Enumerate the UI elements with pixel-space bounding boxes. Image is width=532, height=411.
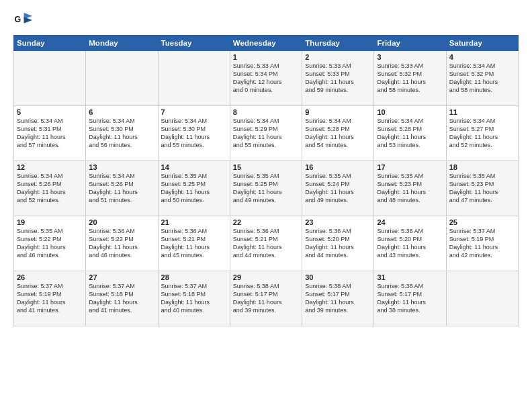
calendar-cell: 29Sunrise: 5:38 AM Sunset: 5:17 PM Dayli… bbox=[230, 271, 302, 326]
day-number: 4 bbox=[449, 53, 515, 61]
day-number: 19 bbox=[17, 218, 83, 226]
calendar-cell: 13Sunrise: 5:34 AM Sunset: 5:26 PM Dayli… bbox=[86, 161, 158, 216]
svg-text:G: G bbox=[15, 15, 21, 24]
header: G bbox=[13, 11, 519, 30]
day-info: Sunrise: 5:34 AM Sunset: 5:30 PM Dayligh… bbox=[89, 117, 154, 150]
day-info: Sunrise: 5:34 AM Sunset: 5:28 PM Dayligh… bbox=[377, 117, 443, 150]
page: G SundayMondayTuesdayWednesdayThursdayFr… bbox=[0, 0, 532, 411]
calendar-cell: 2Sunrise: 5:33 AM Sunset: 5:33 PM Daylig… bbox=[302, 51, 374, 106]
logo: G bbox=[13, 11, 35, 30]
day-info: Sunrise: 5:35 AM Sunset: 5:23 PM Dayligh… bbox=[449, 172, 515, 205]
day-info: Sunrise: 5:37 AM Sunset: 5:18 PM Dayligh… bbox=[89, 282, 154, 315]
day-info: Sunrise: 5:35 AM Sunset: 5:25 PM Dayligh… bbox=[161, 172, 227, 205]
day-number: 6 bbox=[89, 108, 154, 116]
day-number: 17 bbox=[377, 163, 443, 171]
day-info: Sunrise: 5:33 AM Sunset: 5:33 PM Dayligh… bbox=[305, 62, 371, 95]
day-number: 23 bbox=[305, 218, 371, 226]
day-info: Sunrise: 5:36 AM Sunset: 5:21 PM Dayligh… bbox=[233, 227, 299, 260]
calendar-week-row: 5Sunrise: 5:34 AM Sunset: 5:31 PM Daylig… bbox=[14, 106, 519, 161]
day-number: 10 bbox=[377, 108, 443, 116]
day-info: Sunrise: 5:37 AM Sunset: 5:18 PM Dayligh… bbox=[161, 282, 227, 315]
calendar-week-row: 1Sunrise: 5:33 AM Sunset: 5:34 PM Daylig… bbox=[14, 51, 519, 106]
calendar-week-row: 12Sunrise: 5:34 AM Sunset: 5:26 PM Dayli… bbox=[14, 161, 519, 216]
day-info: Sunrise: 5:34 AM Sunset: 5:29 PM Dayligh… bbox=[233, 117, 299, 150]
calendar-cell: 5Sunrise: 5:34 AM Sunset: 5:31 PM Daylig… bbox=[14, 106, 86, 161]
day-number: 8 bbox=[233, 108, 299, 116]
day-number: 22 bbox=[233, 218, 299, 226]
calendar-cell: 11Sunrise: 5:34 AM Sunset: 5:27 PM Dayli… bbox=[446, 106, 518, 161]
day-number: 28 bbox=[161, 273, 227, 281]
day-number: 30 bbox=[305, 273, 371, 281]
calendar-cell: 21Sunrise: 5:36 AM Sunset: 5:21 PM Dayli… bbox=[158, 216, 230, 271]
day-info: Sunrise: 5:34 AM Sunset: 5:32 PM Dayligh… bbox=[449, 62, 515, 95]
day-info: Sunrise: 5:38 AM Sunset: 5:17 PM Dayligh… bbox=[377, 282, 443, 315]
day-number: 9 bbox=[305, 108, 371, 116]
day-info: Sunrise: 5:34 AM Sunset: 5:26 PM Dayligh… bbox=[17, 172, 83, 205]
day-info: Sunrise: 5:36 AM Sunset: 5:20 PM Dayligh… bbox=[377, 227, 443, 260]
calendar-cell: 14Sunrise: 5:35 AM Sunset: 5:25 PM Dayli… bbox=[158, 161, 230, 216]
day-info: Sunrise: 5:37 AM Sunset: 5:19 PM Dayligh… bbox=[449, 227, 515, 260]
day-number: 26 bbox=[17, 273, 83, 281]
calendar-cell: 6Sunrise: 5:34 AM Sunset: 5:30 PM Daylig… bbox=[86, 106, 158, 161]
calendar-cell: 17Sunrise: 5:35 AM Sunset: 5:23 PM Dayli… bbox=[374, 161, 446, 216]
calendar-cell: 4Sunrise: 5:34 AM Sunset: 5:32 PM Daylig… bbox=[446, 51, 518, 106]
calendar-cell: 30Sunrise: 5:38 AM Sunset: 5:17 PM Dayli… bbox=[302, 271, 374, 326]
calendar-cell: 1Sunrise: 5:33 AM Sunset: 5:34 PM Daylig… bbox=[230, 51, 302, 106]
day-number: 16 bbox=[305, 163, 371, 171]
calendar-cell: 10Sunrise: 5:34 AM Sunset: 5:28 PM Dayli… bbox=[374, 106, 446, 161]
weekday-wednesday: Wednesday bbox=[230, 36, 302, 51]
calendar-cell: 16Sunrise: 5:35 AM Sunset: 5:24 PM Dayli… bbox=[302, 161, 374, 216]
calendar-table: SundayMondayTuesdayWednesdayThursdayFrid… bbox=[13, 35, 519, 326]
calendar-cell: 31Sunrise: 5:38 AM Sunset: 5:17 PM Dayli… bbox=[374, 271, 446, 326]
calendar-cell: 27Sunrise: 5:37 AM Sunset: 5:18 PM Dayli… bbox=[86, 271, 158, 326]
day-number: 12 bbox=[17, 163, 83, 171]
day-number: 15 bbox=[233, 163, 299, 171]
day-number: 2 bbox=[305, 53, 371, 61]
calendar-cell bbox=[14, 51, 86, 106]
calendar-cell: 20Sunrise: 5:36 AM Sunset: 5:22 PM Dayli… bbox=[86, 216, 158, 271]
calendar-week-row: 26Sunrise: 5:37 AM Sunset: 5:19 PM Dayli… bbox=[14, 271, 519, 326]
day-info: Sunrise: 5:35 AM Sunset: 5:23 PM Dayligh… bbox=[377, 172, 443, 205]
day-info: Sunrise: 5:38 AM Sunset: 5:17 PM Dayligh… bbox=[305, 282, 371, 315]
day-number: 31 bbox=[377, 273, 443, 281]
day-info: Sunrise: 5:36 AM Sunset: 5:20 PM Dayligh… bbox=[305, 227, 371, 260]
calendar-cell bbox=[86, 51, 158, 106]
day-info: Sunrise: 5:38 AM Sunset: 5:17 PM Dayligh… bbox=[233, 282, 299, 315]
day-number: 25 bbox=[449, 218, 515, 226]
day-number: 21 bbox=[161, 218, 227, 226]
calendar-cell: 19Sunrise: 5:35 AM Sunset: 5:22 PM Dayli… bbox=[14, 216, 86, 271]
weekday-saturday: Saturday bbox=[446, 36, 518, 51]
weekday-monday: Monday bbox=[86, 36, 158, 51]
day-number: 13 bbox=[89, 163, 154, 171]
day-info: Sunrise: 5:33 AM Sunset: 5:32 PM Dayligh… bbox=[377, 62, 443, 95]
weekday-friday: Friday bbox=[374, 36, 446, 51]
day-info: Sunrise: 5:35 AM Sunset: 5:24 PM Dayligh… bbox=[305, 172, 371, 205]
day-info: Sunrise: 5:34 AM Sunset: 5:27 PM Dayligh… bbox=[449, 117, 515, 150]
calendar-cell: 22Sunrise: 5:36 AM Sunset: 5:21 PM Dayli… bbox=[230, 216, 302, 271]
day-info: Sunrise: 5:34 AM Sunset: 5:28 PM Dayligh… bbox=[305, 117, 371, 150]
calendar-cell: 7Sunrise: 5:34 AM Sunset: 5:30 PM Daylig… bbox=[158, 106, 230, 161]
day-number: 27 bbox=[89, 273, 154, 281]
day-number: 29 bbox=[233, 273, 299, 281]
calendar-cell: 26Sunrise: 5:37 AM Sunset: 5:19 PM Dayli… bbox=[14, 271, 86, 326]
weekday-sunday: Sunday bbox=[14, 36, 86, 51]
day-number: 1 bbox=[233, 53, 299, 61]
calendar-cell: 15Sunrise: 5:35 AM Sunset: 5:25 PM Dayli… bbox=[230, 161, 302, 216]
day-info: Sunrise: 5:36 AM Sunset: 5:22 PM Dayligh… bbox=[89, 227, 154, 260]
calendar-week-row: 19Sunrise: 5:35 AM Sunset: 5:22 PM Dayli… bbox=[14, 216, 519, 271]
calendar-cell: 12Sunrise: 5:34 AM Sunset: 5:26 PM Dayli… bbox=[14, 161, 86, 216]
day-info: Sunrise: 5:33 AM Sunset: 5:34 PM Dayligh… bbox=[233, 62, 299, 95]
calendar-cell bbox=[158, 51, 230, 106]
day-number: 7 bbox=[161, 108, 227, 116]
day-info: Sunrise: 5:34 AM Sunset: 5:26 PM Dayligh… bbox=[89, 172, 154, 205]
day-number: 14 bbox=[161, 163, 227, 171]
day-number: 20 bbox=[89, 218, 154, 226]
day-info: Sunrise: 5:34 AM Sunset: 5:31 PM Dayligh… bbox=[17, 117, 83, 150]
calendar-cell: 23Sunrise: 5:36 AM Sunset: 5:20 PM Dayli… bbox=[302, 216, 374, 271]
calendar-cell: 3Sunrise: 5:33 AM Sunset: 5:32 PM Daylig… bbox=[374, 51, 446, 106]
day-info: Sunrise: 5:34 AM Sunset: 5:30 PM Dayligh… bbox=[161, 117, 227, 150]
calendar-cell: 18Sunrise: 5:35 AM Sunset: 5:23 PM Dayli… bbox=[446, 161, 518, 216]
calendar-cell: 25Sunrise: 5:37 AM Sunset: 5:19 PM Dayli… bbox=[446, 216, 518, 271]
calendar-cell bbox=[446, 271, 518, 326]
calendar-cell: 24Sunrise: 5:36 AM Sunset: 5:20 PM Dayli… bbox=[374, 216, 446, 271]
